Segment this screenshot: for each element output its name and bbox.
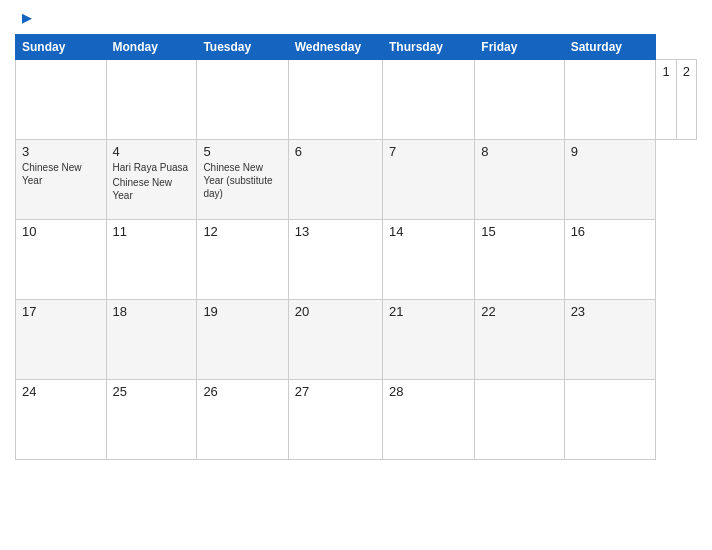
day-number: 15	[481, 224, 557, 239]
day-number: 2	[683, 64, 690, 79]
calendar-day-cell: 12	[197, 220, 288, 300]
day-event: Chinese New Year	[22, 161, 100, 187]
calendar-day-cell	[564, 380, 656, 460]
day-number: 10	[22, 224, 100, 239]
day-number: 18	[113, 304, 191, 319]
calendar-day-cell: 6	[288, 140, 382, 220]
calendar-day-cell	[106, 60, 197, 140]
calendar-day-cell	[475, 60, 564, 140]
day-number: 21	[389, 304, 468, 319]
calendar-day-cell: 7	[383, 140, 475, 220]
calendar-day-cell: 25	[106, 380, 197, 460]
day-number: 1	[662, 64, 669, 79]
day-number: 23	[571, 304, 650, 319]
calendar-day-cell: 28	[383, 380, 475, 460]
calendar-day-cell: 26	[197, 380, 288, 460]
day-event: Chinese New Year (substitute day)	[203, 161, 281, 200]
day-number: 20	[295, 304, 376, 319]
day-number: 3	[22, 144, 100, 159]
calendar-day-cell: 16	[564, 220, 656, 300]
day-number: 13	[295, 224, 376, 239]
weekday-header-friday: Friday	[475, 35, 564, 60]
day-event: Chinese New Year	[113, 176, 191, 202]
calendar-day-cell: 20	[288, 300, 382, 380]
day-number: 26	[203, 384, 281, 399]
calendar-day-cell: 21	[383, 300, 475, 380]
calendar-table: SundayMondayTuesdayWednesdayThursdayFrid…	[15, 34, 697, 460]
weekday-header-monday: Monday	[106, 35, 197, 60]
weekday-header-sunday: Sunday	[16, 35, 107, 60]
day-number: 9	[571, 144, 650, 159]
calendar-day-cell	[383, 60, 475, 140]
weekday-header-wednesday: Wednesday	[288, 35, 382, 60]
calendar-week-row: 17181920212223	[16, 300, 697, 380]
calendar-day-cell: 19	[197, 300, 288, 380]
calendar-day-cell: 1	[656, 60, 676, 140]
calendar-week-row: 2425262728	[16, 380, 697, 460]
day-number: 12	[203, 224, 281, 239]
calendar-day-cell: 27	[288, 380, 382, 460]
day-number: 5	[203, 144, 281, 159]
day-number: 7	[389, 144, 468, 159]
calendar-day-cell: 4Hari Raya PuasaChinese New Year	[106, 140, 197, 220]
calendar-day-cell	[16, 60, 107, 140]
logo-triangle-icon	[22, 14, 32, 24]
calendar-day-cell: 15	[475, 220, 564, 300]
calendar-day-cell: 3Chinese New Year	[16, 140, 107, 220]
calendar-day-cell	[475, 380, 564, 460]
day-number: 4	[113, 144, 191, 159]
day-number: 28	[389, 384, 468, 399]
calendar-day-cell: 14	[383, 220, 475, 300]
logo	[20, 10, 32, 26]
day-number: 25	[113, 384, 191, 399]
calendar-day-cell: 9	[564, 140, 656, 220]
calendar-day-cell: 13	[288, 220, 382, 300]
calendar-day-cell: 11	[106, 220, 197, 300]
day-event: Hari Raya Puasa	[113, 161, 191, 174]
calendar-week-row: 3Chinese New Year4Hari Raya PuasaChinese…	[16, 140, 697, 220]
calendar-day-cell: 17	[16, 300, 107, 380]
day-number: 8	[481, 144, 557, 159]
weekday-header-saturday: Saturday	[564, 35, 656, 60]
calendar-day-cell	[564, 60, 656, 140]
page: SundayMondayTuesdayWednesdayThursdayFrid…	[0, 0, 712, 550]
calendar-day-cell: 2	[676, 60, 696, 140]
day-number: 11	[113, 224, 191, 239]
calendar-day-cell: 10	[16, 220, 107, 300]
day-number: 17	[22, 304, 100, 319]
day-number: 24	[22, 384, 100, 399]
calendar-day-cell: 5Chinese New Year (substitute day)	[197, 140, 288, 220]
day-number: 16	[571, 224, 650, 239]
weekday-header-row: SundayMondayTuesdayWednesdayThursdayFrid…	[16, 35, 697, 60]
day-number: 14	[389, 224, 468, 239]
logo-text	[20, 10, 32, 26]
calendar-day-cell	[197, 60, 288, 140]
day-number: 19	[203, 304, 281, 319]
weekday-header-tuesday: Tuesday	[197, 35, 288, 60]
calendar-day-cell: 24	[16, 380, 107, 460]
calendar-week-row: 12	[16, 60, 697, 140]
day-number: 27	[295, 384, 376, 399]
weekday-header-thursday: Thursday	[383, 35, 475, 60]
day-number: 22	[481, 304, 557, 319]
calendar-week-row: 10111213141516	[16, 220, 697, 300]
header	[15, 10, 697, 26]
calendar-day-cell: 18	[106, 300, 197, 380]
calendar-day-cell: 22	[475, 300, 564, 380]
calendar-day-cell	[288, 60, 382, 140]
calendar-day-cell: 23	[564, 300, 656, 380]
day-number: 6	[295, 144, 376, 159]
calendar-day-cell: 8	[475, 140, 564, 220]
